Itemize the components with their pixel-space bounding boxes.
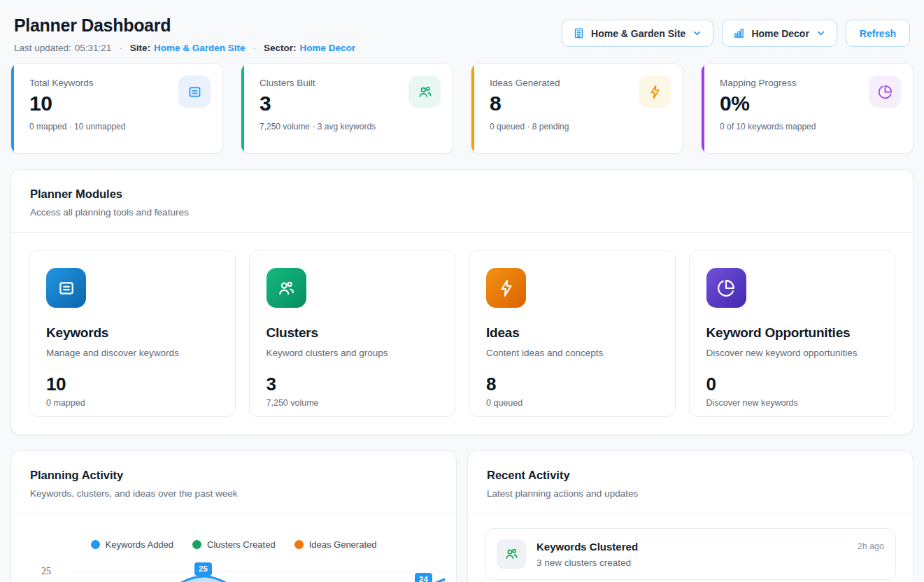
planner-modules-panel: Planner Modules Access all planning tool… bbox=[10, 169, 914, 435]
pie-chart-icon bbox=[869, 76, 901, 108]
stat-subtext: 0 queued · 8 pending bbox=[490, 122, 669, 132]
stat-card-ideas-generated: Ideas Generated 8 0 queued · 8 pending bbox=[471, 63, 683, 154]
legend-item-keywords-added[interactable]: Keywords Added bbox=[91, 539, 174, 550]
site-selector-label: Home & Garden Site bbox=[591, 28, 685, 39]
module-card-clusters[interactable]: Clusters Keyword clusters and groups 3 7… bbox=[249, 250, 456, 417]
activity-item-body: Keywords Clustered 3 new clusters create… bbox=[536, 539, 858, 568]
separator-dot: · bbox=[253, 43, 256, 53]
stat-accent-stripe bbox=[702, 64, 704, 153]
section-subtitle: Access all planning tools and features bbox=[30, 207, 894, 218]
module-description: Content ideas and concepts bbox=[486, 348, 658, 358]
bolt-icon bbox=[639, 76, 671, 108]
module-description: Manage and discover keywords bbox=[46, 348, 218, 358]
stat-accent-stripe bbox=[241, 64, 244, 153]
module-stat-label: 7,250 volume bbox=[266, 398, 439, 408]
modules-grid: Keywords Manage and discover keywords 10… bbox=[11, 233, 913, 434]
section-title: Planner Modules bbox=[30, 187, 894, 201]
section-subtitle: Keywords, clusters, and ideas over the p… bbox=[30, 488, 437, 499]
stat-subtext: 0 of 10 keywords mapped bbox=[720, 122, 899, 132]
legend-item-clusters-created[interactable]: Clusters Created bbox=[192, 539, 276, 550]
page-header: Planner Dashboard Last updated: 05:31:21… bbox=[10, 0, 914, 53]
activity-item-keywords-clustered[interactable]: Keywords Clustered 3 new clusters create… bbox=[485, 528, 896, 580]
section-title: Recent Activity bbox=[487, 469, 894, 482]
users-icon bbox=[408, 76, 441, 108]
module-title: Ideas bbox=[486, 325, 658, 341]
legend-item-ideas-generated[interactable]: Ideas Generated bbox=[294, 539, 377, 550]
planner-dashboard-page: Planner Dashboard Last updated: 05:31:21… bbox=[0, 0, 924, 582]
users-icon bbox=[497, 539, 526, 569]
recent-activity-list: Keywords Clustered 3 new clusters create… bbox=[468, 514, 913, 582]
building-icon bbox=[573, 27, 585, 39]
document-icon bbox=[46, 268, 86, 308]
module-stat-label: 0 mapped bbox=[46, 398, 218, 408]
module-stat-value: 10 bbox=[46, 374, 218, 395]
sector-selector-label: Home Decor bbox=[751, 28, 809, 39]
header-toolbar: Home & Garden Site Home Decor Refresh bbox=[562, 20, 910, 47]
header-meta-row: Last updated: 05:31:21 · Site: Home & Ga… bbox=[14, 43, 355, 53]
legend-dot bbox=[91, 540, 100, 549]
module-title: Clusters bbox=[266, 325, 439, 341]
recent-activity-panel: Recent Activity Latest planning actions … bbox=[467, 450, 914, 582]
separator-dot: · bbox=[119, 43, 122, 53]
site-label: Site: bbox=[130, 43, 150, 53]
stat-accent-stripe bbox=[11, 64, 14, 153]
module-card-keyword-opportunities[interactable]: Keyword Opportunities Discover new keywo… bbox=[689, 250, 896, 417]
stat-card-mapping-progress: Mapping Progress 0% 0 of 10 keywords map… bbox=[701, 63, 914, 154]
activity-item-description: 3 new clusters created bbox=[536, 558, 858, 568]
module-stat-value: 3 bbox=[266, 374, 439, 395]
planning-activity-panel: Planning Activity Keywords, clusters, an… bbox=[10, 450, 457, 582]
module-stat-label: 0 queued bbox=[486, 398, 658, 408]
module-stat-label: Discover new keywords bbox=[706, 398, 879, 408]
module-title: Keyword Opportunities bbox=[706, 325, 879, 341]
planning-activity-header: Planning Activity Keywords, clusters, an… bbox=[11, 451, 456, 514]
pie-chart-icon bbox=[706, 268, 746, 308]
activity-item-title: Keywords Clustered bbox=[536, 539, 858, 553]
data-point-label-24: 24 bbox=[415, 573, 432, 582]
stat-card-total-keywords: Total Keywords 10 0 mapped · 10 unmapped bbox=[10, 63, 223, 154]
module-stat-value: 8 bbox=[486, 374, 658, 395]
data-point-label-25: 25 bbox=[194, 562, 212, 576]
site-selector-button[interactable]: Home & Garden Site bbox=[562, 20, 713, 47]
module-card-ideas[interactable]: Ideas Content ideas and concepts 8 0 que… bbox=[469, 250, 676, 417]
y-axis-tick-25: 25 bbox=[41, 566, 51, 577]
module-card-keywords[interactable]: Keywords Manage and discover keywords 10… bbox=[29, 250, 236, 417]
chart-legend: Keywords Added Clusters Created Ideas Ge… bbox=[11, 514, 456, 550]
bolt-icon bbox=[486, 268, 526, 308]
chevron-down-icon bbox=[816, 28, 826, 38]
page-title: Planner Dashboard bbox=[14, 15, 355, 36]
site-link[interactable]: Home & Garden Site bbox=[154, 43, 246, 53]
header-left: Planner Dashboard Last updated: 05:31:21… bbox=[14, 15, 355, 53]
module-description: Discover new keyword opportunities bbox=[706, 348, 879, 358]
planning-activity-chart: Keywords Added Clusters Created Ideas Ge… bbox=[11, 514, 456, 582]
legend-dot bbox=[294, 540, 304, 549]
legend-label: Keywords Added bbox=[106, 539, 174, 550]
legend-dot bbox=[192, 540, 201, 549]
refresh-button-label: Refresh bbox=[860, 28, 896, 39]
keywords-added-area-line bbox=[64, 558, 445, 582]
bar-chart-icon bbox=[733, 27, 745, 39]
module-description: Keyword clusters and groups bbox=[266, 348, 439, 358]
legend-label: Clusters Created bbox=[207, 539, 276, 550]
recent-activity-header: Recent Activity Latest planning actions … bbox=[468, 451, 913, 514]
sector-label: Sector: bbox=[264, 43, 297, 53]
stat-cards-row: Total Keywords 10 0 mapped · 10 unmapped… bbox=[10, 63, 914, 154]
chevron-down-icon bbox=[692, 28, 702, 38]
stat-card-clusters-built: Clusters Built 3 7,250 volume · 3 avg ke… bbox=[241, 63, 453, 154]
refresh-button[interactable]: Refresh bbox=[846, 20, 910, 47]
activity-item-time: 2h ago bbox=[858, 539, 884, 551]
legend-label: Ideas Generated bbox=[309, 539, 377, 550]
bottom-row: Planning Activity Keywords, clusters, an… bbox=[10, 450, 914, 582]
stat-subtext: 0 mapped · 10 unmapped bbox=[29, 122, 208, 132]
section-subtitle: Latest planning actions and updates bbox=[487, 488, 894, 499]
sector-selector-button[interactable]: Home Decor bbox=[722, 20, 837, 47]
section-title: Planning Activity bbox=[30, 469, 437, 482]
module-title: Keywords bbox=[46, 325, 218, 341]
sector-link[interactable]: Home Decor bbox=[299, 43, 355, 53]
stat-subtext: 7,250 volume · 3 avg keywords bbox=[260, 122, 439, 132]
last-updated-label: Last updated: bbox=[14, 43, 71, 53]
document-icon bbox=[178, 76, 211, 108]
planner-modules-header: Planner Modules Access all planning tool… bbox=[11, 170, 913, 233]
users-icon bbox=[266, 268, 306, 308]
last-updated-value: 05:31:21 bbox=[75, 43, 112, 53]
stat-accent-stripe bbox=[471, 64, 474, 153]
